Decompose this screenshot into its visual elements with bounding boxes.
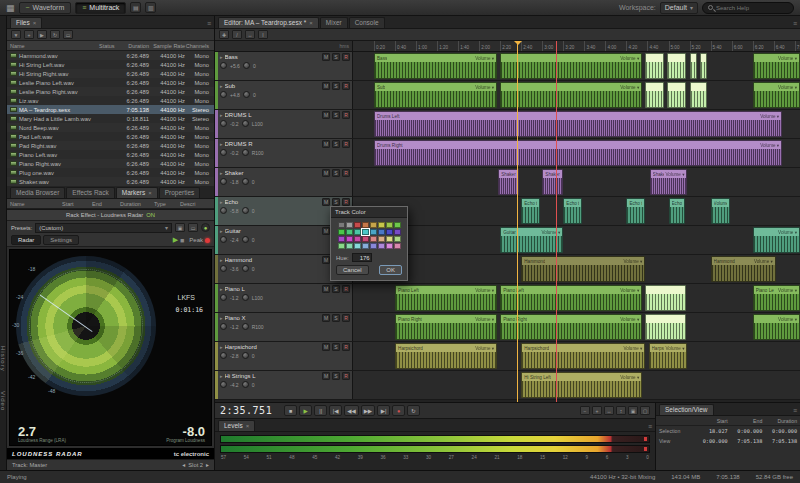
pan-knob[interactable]: [242, 294, 249, 301]
close-icon[interactable]: ×: [148, 190, 152, 196]
track-lane[interactable]: Piano RightVolume ▾Piano RightVolume ▾Vo…: [353, 313, 800, 341]
track-lane[interactable]: GuitarVolume ▾Volume ▾: [353, 226, 800, 254]
volume-knob[interactable]: [220, 352, 227, 359]
file-row[interactable]: Pad Right.wav6:26.48944100 HzMono: [7, 141, 214, 150]
color-swatch[interactable]: [386, 229, 393, 235]
solo-button[interactable]: S: [332, 169, 340, 177]
audio-clip[interactable]: HarpsichordVolume ▾: [521, 343, 645, 369]
workspace-dropdown[interactable]: Default ▾: [660, 2, 698, 14]
track-collapse-icon[interactable]: ▸: [220, 112, 223, 118]
color-swatch[interactable]: [386, 243, 393, 249]
audio-clip[interactable]: [690, 82, 708, 108]
record-arm-button[interactable]: R: [342, 285, 350, 293]
play-button[interactable]: ▶: [299, 405, 312, 416]
zoom-out-icon[interactable]: −: [580, 406, 590, 415]
record-arm-button[interactable]: R: [342, 372, 350, 380]
record-arm-button[interactable]: R: [342, 53, 350, 61]
pan-knob[interactable]: [242, 381, 249, 388]
color-swatch[interactable]: [346, 243, 353, 249]
multitrack-view-button[interactable]: ≡ Multitrack: [75, 2, 126, 14]
volume-knob[interactable]: [220, 294, 227, 301]
track-header[interactable]: ▸DRUMS LMSR-0.2L100: [215, 110, 353, 138]
pan-knob[interactable]: [242, 323, 249, 330]
track-header[interactable]: ▸BassMSR+5.60: [215, 52, 353, 80]
track-header[interactable]: ▸Hi Strings LMSR-4.20: [215, 371, 353, 399]
slot-selector[interactable]: ◂ Slot 2 ▸: [182, 462, 209, 468]
file-row[interactable]: Leslie Piano Left.wav6:26.48944100 HzMon…: [7, 78, 214, 87]
track-lane[interactable]: Drums LeftVolume ▾: [353, 110, 800, 138]
audio-clip[interactable]: Piano LeftVolume ▾: [395, 285, 497, 311]
solo-button[interactable]: S: [332, 285, 340, 293]
track-collapse-icon[interactable]: ▸: [220, 286, 223, 292]
audio-clip[interactable]: Harpsichord VolumeVolume ▾: [649, 343, 688, 369]
audio-clip[interactable]: [700, 53, 707, 79]
pause-button[interactable]: ||: [314, 405, 327, 416]
track-collapse-icon[interactable]: ▸: [220, 54, 223, 60]
razor-tool-icon[interactable]: /: [232, 30, 242, 39]
pan-knob[interactable]: [242, 120, 249, 127]
audio-clip[interactable]: Echo timeli: [521, 198, 540, 224]
file-row[interactable]: Hi String Left.wav6:26.48944100 HzMono: [7, 60, 214, 69]
column-marker-end[interactable]: End: [92, 201, 120, 207]
pan-knob[interactable]: [243, 62, 250, 69]
color-swatch[interactable]: [354, 229, 361, 235]
volume-knob[interactable]: [220, 265, 227, 272]
tab-properties[interactable]: Properties: [159, 187, 201, 198]
waveform-view-button[interactable]: ~ Waveform: [19, 2, 72, 14]
track-collapse-icon[interactable]: ▸: [220, 315, 223, 321]
audio-clip[interactable]: [690, 53, 697, 79]
track-lane[interactable]: HammondVolume ▾HammondVolume ▾: [353, 255, 800, 283]
save-preset-icon[interactable]: ▣: [175, 223, 185, 232]
slip-tool-icon[interactable]: ↔: [245, 30, 255, 39]
audio-clip[interactable]: Piano RightVolume ▾: [500, 314, 642, 340]
color-swatch[interactable]: [354, 236, 361, 242]
audio-clip[interactable]: Piano LeVolume ▾: [753, 285, 800, 311]
spectral-display-icon[interactable]: ▥: [145, 2, 156, 13]
mute-button[interactable]: M: [322, 169, 330, 177]
delete-preset-icon[interactable]: ▭: [188, 223, 198, 232]
file-row[interactable]: Mary Had a Little Lamb.wav0:18.81144100 …: [7, 114, 214, 123]
color-swatch[interactable]: [378, 243, 385, 249]
history-panel-tab[interactable]: History: [0, 346, 6, 372]
radar-stop-icon[interactable]: ■: [180, 237, 184, 244]
audio-clip[interactable]: GuitarVolume ▾: [500, 227, 563, 253]
range-duration[interactable]: 7:05.138: [762, 438, 797, 444]
pan-knob[interactable]: [243, 91, 250, 98]
audio-clip[interactable]: Echo ti: [669, 198, 686, 224]
file-row[interactable]: Shaker.wav6:26.48944100 HzMono: [7, 177, 214, 186]
auto-play-icon[interactable]: ▶: [37, 30, 47, 39]
solo-button[interactable]: S: [332, 82, 340, 90]
dialog-title[interactable]: Track Color: [331, 207, 407, 218]
color-swatch[interactable]: [362, 229, 369, 235]
panel-menu-icon[interactable]: ≡: [793, 20, 797, 28]
video-panel-tab[interactable]: Video: [0, 391, 6, 411]
track-collapse-icon[interactable]: ▸: [220, 199, 223, 205]
volume-knob[interactable]: [220, 178, 227, 185]
mute-button[interactable]: M: [322, 111, 330, 119]
solo-button[interactable]: S: [332, 198, 340, 206]
volume-knob[interactable]: [220, 207, 227, 214]
hue-input[interactable]: [352, 253, 372, 262]
tab-selection-view[interactable]: Selection/View: [659, 404, 714, 415]
volume-knob[interactable]: [220, 323, 227, 330]
fast-forward-button[interactable]: ▶▶: [361, 405, 375, 416]
color-swatch[interactable]: [394, 222, 401, 228]
color-swatch[interactable]: [386, 236, 393, 242]
tab-media-browser[interactable]: Media Browser: [10, 187, 65, 198]
track-collapse-icon[interactable]: ▸: [220, 141, 223, 147]
color-swatch[interactable]: [378, 236, 385, 242]
column-name[interactable]: Name: [10, 43, 99, 49]
audio-clip[interactable]: Volume ▾: [753, 82, 800, 108]
tab-effects-rack[interactable]: Effects Rack: [66, 187, 114, 198]
audio-clip[interactable]: Shaker: [542, 169, 563, 195]
column-duration[interactable]: Duration: [119, 43, 149, 49]
track-lane[interactable]: Drums RightVolume ▾: [353, 139, 800, 167]
preset-dropdown[interactable]: (Custom) ▾: [35, 223, 172, 233]
volume-knob[interactable]: [220, 149, 227, 156]
mute-button[interactable]: M: [322, 140, 330, 148]
track-lane[interactable]: Shaker VShakerShaker VolumeVolume ▾: [353, 168, 800, 196]
audio-clip[interactable]: Piano RightVolume ▾: [395, 314, 497, 340]
file-row[interactable]: Nord Beep.wav6:26.48944100 HzMono: [7, 123, 214, 132]
color-swatch[interactable]: [354, 243, 361, 249]
tab-editor[interactable]: Editor: MA – Teardrop.sesx * ×: [218, 17, 319, 28]
